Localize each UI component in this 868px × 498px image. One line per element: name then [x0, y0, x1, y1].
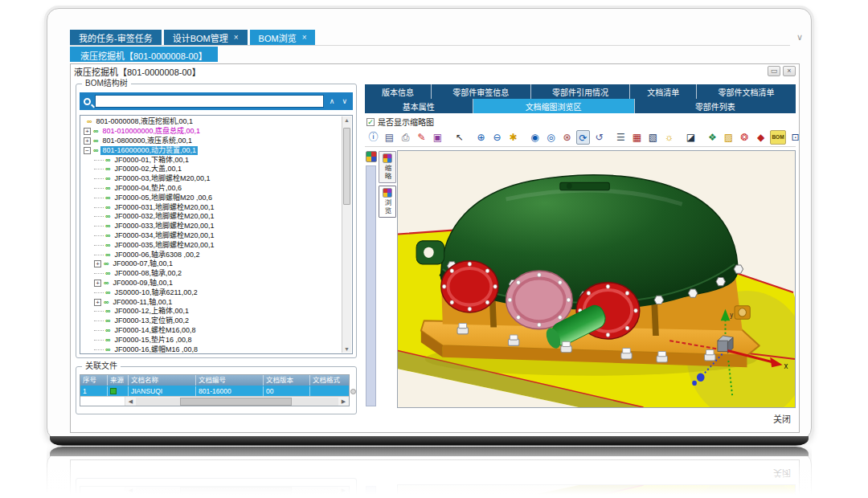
- doc-preview-icon[interactable]: ▤: [383, 130, 396, 145]
- zoom-out-icon[interactable]: ⊖: [490, 130, 504, 145]
- files-col-1[interactable]: 序号: [80, 375, 108, 386]
- tree-item[interactable]: ∞JF0000-02,大盖,00,1: [82, 165, 341, 174]
- tree-item[interactable]: ∞JF0000-13,定位销,00,2: [82, 316, 341, 326]
- scroll-right-icon[interactable]: ▶: [338, 398, 349, 405]
- tab-3[interactable]: BOM浏览×: [250, 30, 316, 45]
- tree-item[interactable]: +∞JF0000-07,轴,00,1: [82, 259, 341, 269]
- frame-icon[interactable]: ◪: [684, 130, 698, 145]
- tab-close-icon[interactable]: ×: [302, 33, 307, 42]
- zoom-dynamic-icon[interactable]: ◎: [544, 130, 558, 145]
- chevron-down-icon[interactable]: ∨: [796, 30, 803, 44]
- detail-tab-row2-3[interactable]: 零部件列表: [635, 99, 796, 113]
- tree-item[interactable]: ∞JF0000-033,地脚螺栓M20,00,1: [82, 222, 341, 231]
- snapshot-icon[interactable]: ▨: [722, 130, 735, 145]
- detail-tab-row1-4[interactable]: 文档清单: [630, 84, 697, 99]
- search-input[interactable]: [95, 95, 324, 108]
- colorful-cube-icon[interactable]: [366, 151, 377, 162]
- tree-item[interactable]: ∞JF0000-12,上箱体,00,1: [82, 307, 341, 316]
- tab-1[interactable]: 我的任务-审签任务: [70, 30, 162, 45]
- zoom-in-icon[interactable]: ⊕: [474, 130, 488, 145]
- tree-item[interactable]: ∞JF0000-14,螺栓M16,00,8: [82, 326, 341, 336]
- files-hscrollbar[interactable]: ◀ ▶: [80, 396, 349, 406]
- hscroll-thumb[interactable]: [180, 398, 292, 406]
- viewer-side-tab-2[interactable]: 浏览: [379, 186, 396, 218]
- tree-item[interactable]: ∞JF0000-032,地脚螺栓M20,00,1: [82, 212, 341, 222]
- expand-icon[interactable]: +: [84, 137, 91, 145]
- subtab-hydraulic-excavator[interactable]: 液压挖掘机【801-0000008-00】: [70, 47, 218, 62]
- files-col-4[interactable]: 文档编号: [196, 375, 264, 386]
- scroll-left-icon[interactable]: ◀: [125, 398, 136, 405]
- model-viewport[interactable]: x y: [397, 150, 796, 408]
- tree-item[interactable]: ∞JF0000-05,地脚螺帽M20 ,00,6: [82, 193, 341, 202]
- render-icon[interactable]: ❖: [706, 130, 719, 145]
- redline-pen-icon[interactable]: ✎: [415, 130, 428, 145]
- restore-button[interactable]: ▭: [768, 66, 780, 76]
- expand-icon[interactable]: +: [94, 280, 101, 287]
- detail-tab-row2-1[interactable]: 基本属性: [365, 99, 473, 113]
- detail-tab-row1-1[interactable]: 版本信息: [365, 84, 432, 99]
- rotate-ccw-icon[interactable]: ↺: [592, 130, 606, 145]
- scroll-up-icon[interactable]: ▲: [342, 117, 351, 123]
- scroll-down-icon[interactable]: ▼: [342, 346, 351, 352]
- rotate-icon[interactable]: ⟳: [576, 130, 590, 145]
- tree-item[interactable]: +∞801-010000000,底盘总成,00,1: [82, 127, 341, 137]
- expand-icon[interactable]: +: [94, 260, 101, 267]
- tree-item[interactable]: ∞801-0000008,液压挖掘机,00,1: [82, 117, 341, 127]
- tree-item[interactable]: ∞JF0000-035,地脚螺栓M20,00,1: [82, 240, 341, 250]
- tree-item[interactable]: ∞JF0000-034,地脚螺栓M20,00,1: [82, 231, 341, 241]
- tree-item[interactable]: ∞JF0000-08,轴承,00,2: [82, 269, 341, 279]
- tree-item[interactable]: ∞JS0000-10,轴承6211,00,2: [82, 288, 341, 297]
- image-markup-icon[interactable]: ▣: [431, 130, 444, 145]
- select-cursor-icon[interactable]: ↖: [452, 130, 466, 145]
- solid-icon[interactable]: ◆: [754, 130, 768, 145]
- files-row[interactable]: 1JIANSUQI801-1600000: [80, 386, 349, 396]
- print-icon[interactable]: ⎙: [399, 130, 412, 145]
- row-handle-icon[interactable]: [350, 389, 356, 394]
- zoom-window-icon[interactable]: ◉: [528, 130, 542, 145]
- screen-preview-icon[interactable]: ⊡: [788, 130, 802, 145]
- tree-item[interactable]: −∞801-16000000,动力装置,00,1: [82, 145, 341, 155]
- tree-item[interactable]: +∞JF0000-11,轴,00,1: [82, 297, 341, 307]
- collapsed-panel-strip[interactable]: [366, 165, 376, 406]
- bom-icon[interactable]: BOM: [770, 130, 786, 145]
- detail-tab-row1-2[interactable]: 零部件审签信息: [432, 84, 531, 99]
- spin-center-icon[interactable]: ⊛: [560, 130, 574, 145]
- tree-item[interactable]: ∞JF0000-04,垫片,00,6: [82, 184, 341, 194]
- close-button[interactable]: ×: [783, 66, 796, 76]
- tree-item[interactable]: ∞JF0000-01,下箱体,00,1: [82, 155, 341, 165]
- files-col-6[interactable]: 文档格式: [310, 375, 347, 386]
- files-col-5[interactable]: 文档版本: [264, 375, 310, 386]
- tree-item[interactable]: ∞JF0000-06,轴承6308 ,00,2: [82, 250, 341, 259]
- close-link[interactable]: 关闭: [773, 412, 791, 425]
- collapse-icon[interactable]: −: [84, 147, 91, 154]
- detail-tab-row2-2[interactable]: 文档缩图浏览区: [473, 99, 635, 113]
- tree-item[interactable]: ∞JF0000-03,地脚螺栓M20,00,1: [82, 174, 341, 184]
- expand-icon[interactable]: +: [94, 299, 101, 306]
- tree-item[interactable]: ∞JF0000-15,垫片16 ,00,8: [82, 335, 341, 345]
- tree-item[interactable]: +∞801-0800000,液压系统,00,1: [82, 137, 341, 146]
- tree-item[interactable]: +∞JF0000-09,轴,00,1: [82, 279, 341, 288]
- tab-2[interactable]: 设计BOM管理×: [164, 30, 248, 45]
- tab-close-icon[interactable]: ×: [234, 33, 239, 42]
- search-prev-button[interactable]: ∧: [328, 97, 337, 105]
- zoom-fit-icon[interactable]: ✱: [506, 130, 520, 145]
- tree-item[interactable]: ∞JF0000-16,螺帽M16 ,00,8: [82, 345, 341, 354]
- expand-icon[interactable]: +: [84, 128, 91, 135]
- table-view-icon[interactable]: ▦: [630, 130, 644, 145]
- detail-tab-row1-5[interactable]: 零部件文档清单: [697, 84, 796, 99]
- tree-scrollbar[interactable]: ▲ ▼: [342, 116, 351, 353]
- info-icon[interactable]: ⓘ: [366, 130, 380, 145]
- search-next-button[interactable]: ∨: [340, 97, 349, 105]
- tree-item[interactable]: ∞JF0000-031,地脚螺栓M20,00,1: [82, 202, 341, 212]
- compass-icon[interactable]: ❂: [738, 130, 751, 145]
- image-view-icon[interactable]: ▧: [646, 130, 660, 145]
- scroll-thumb[interactable]: [343, 128, 350, 205]
- viewer-side-tab-1[interactable]: 缩略: [379, 151, 396, 183]
- files-col-2[interactable]: 来源: [108, 375, 129, 386]
- layers-icon[interactable]: ☰: [614, 130, 628, 145]
- detail-tab-row1-3[interactable]: 零部件引用情况: [531, 84, 631, 99]
- light-icon[interactable]: ☼: [662, 130, 676, 145]
- files-col-3[interactable]: 文档名称: [129, 375, 196, 386]
- thumbnail-checkbox[interactable]: ✓: [366, 118, 375, 126]
- hscroll-track[interactable]: [136, 398, 338, 406]
